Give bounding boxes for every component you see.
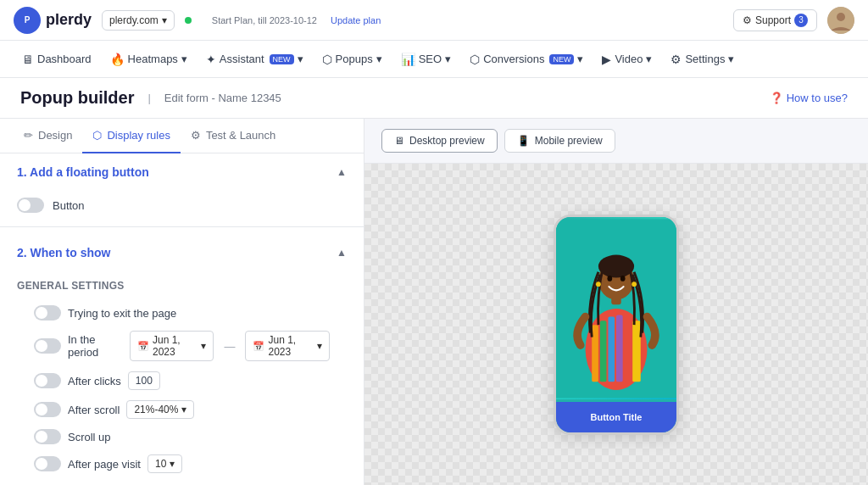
after-scroll-chevron-icon: ▾ [181,404,186,415]
divider1 [0,226,364,227]
assistant-chevron-icon: ▾ [298,53,303,65]
nav-label-settings: Settings [685,53,725,65]
nav-label-seo: SEO [419,53,442,65]
nav-item-settings[interactable]: ⚙ Settings ▾ [662,46,743,73]
domain-text: plerdy.com [109,14,159,26]
page-title: Popup builder [20,88,134,108]
logo-icon: P [14,7,41,34]
video-icon: ▶ [602,53,611,66]
toggle-knob-scrollup [36,431,47,443]
logo: P plerdy [14,7,92,34]
after-page-visit-dropdown[interactable]: 10 ▾ [147,454,182,473]
svg-point-1 [837,13,845,21]
date-to-input[interactable]: 📅 Jun 1, 2023 ▾ [245,331,330,361]
test-launch-tab-label: Test & Launch [206,129,275,142]
video-chevron-icon: ▾ [646,53,652,65]
dashboard-icon: 🖥 [22,53,34,66]
design-tab-label: Design [38,129,72,142]
in-period-label: In the period [68,333,123,359]
desktop-icon: 🖥 [394,135,404,147]
section1-title: 1. Add a floating button [17,165,149,179]
nav-label-conversions: Conversions [483,53,544,65]
section2-title: 2. When to show [17,246,110,259]
domain-selector[interactable]: plerdy.com ▾ [102,10,175,31]
after-page-visit-chevron-icon: ▾ [170,458,175,470]
breadcrumb-separator: | [147,92,150,104]
exit-page-toggle[interactable] [34,305,61,321]
after-page-visit-label: After page visit [68,458,141,471]
button-toggle-label: Button [53,199,85,212]
button-title-text: Button Title [591,412,643,422]
support-badge: 3 [794,14,808,27]
logo-text: plerdy [46,11,92,29]
section1-header[interactable]: 1. Add a floating button ▲ [0,153,364,191]
support-icon: ⚙ [743,14,752,26]
update-plan-link[interactable]: Update plan [331,15,381,25]
button-toggle[interactable] [17,198,44,213]
svg-rect-9 [632,321,641,382]
test-launch-tab-icon: ⚙ [191,129,201,142]
date-from-input[interactable]: 📅 Jun 1, 2023 ▾ [130,331,214,361]
section1-chevron-icon: ▲ [337,166,347,178]
scroll-up-toggle[interactable] [34,429,61,444]
nav-item-seo[interactable]: 📊 SEO ▾ [392,46,459,73]
after-scroll-toggle[interactable] [34,402,61,417]
nav-item-popups[interactable]: ⬡ Popups ▾ [314,46,391,73]
after-clicks-toggle[interactable] [34,373,61,388]
nav-item-dashboard[interactable]: 🖥 Dashboard [14,46,100,73]
after-clicks-value[interactable]: 100 [128,371,160,390]
mobile-preview-label: Mobile preview [535,135,603,147]
scroll-up-label: Scroll up [68,431,111,443]
desktop-preview-button[interactable]: 🖥 Desktop preview [381,129,498,153]
after-scroll-label: After scroll [68,404,120,416]
svg-rect-8 [625,316,632,382]
popups-chevron-icon: ▾ [376,53,382,65]
person-illustration [556,217,676,400]
nav-item-heatmaps[interactable]: 🔥 Heatmaps ▾ [102,46,196,73]
domain-chevron-icon: ▾ [162,14,167,26]
settings-chevron-icon: ▾ [728,53,734,65]
toggle-knob [19,199,31,211]
tab-test-launch[interactable]: ⚙ Test & Launch [181,119,286,153]
tab-display-rules[interactable]: ⬡ Display rules [82,119,180,153]
conversions-chevron-icon: ▾ [577,53,583,65]
panel-content: 1. Add a floating button ▲ Button 2. Whe… [0,153,364,485]
section2-header[interactable]: 2. When to show ▲ [0,234,364,271]
settings-icon: ⚙ [670,53,682,66]
toggle-knob-clicks [36,375,47,387]
after-scroll-row: After scroll 21%-40% ▾ [17,395,347,424]
avatar[interactable] [827,7,854,34]
general-settings-subsection: General settings Trying to exit the page… [0,271,364,485]
preview-area: Button Title [364,164,868,485]
plan-status-dot [185,17,192,24]
date-from-value: Jun 1, 2023 [153,334,198,358]
toggle-knob-pagevisit [36,458,47,470]
display-rules-tab-label: Display rules [107,129,170,142]
nav-label-assistant: Assistant [220,53,264,65]
how-to-use-link[interactable]: ❓ How to use? [770,92,848,104]
date-to-value: Jun 1, 2023 [268,334,314,358]
toggle-knob-exit [36,307,47,319]
tab-design[interactable]: ✏ Design [14,119,82,153]
svg-point-15 [596,282,601,287]
nav-item-assistant[interactable]: ✦ Assistant NEW ▾ [198,46,312,73]
mobile-preview-button[interactable]: 📱 Mobile preview [504,129,615,153]
plan-text: Start Plan, till 2023-10-12 [212,15,317,25]
after-scroll-dropdown[interactable]: 21%-40% ▾ [126,400,194,419]
svg-point-14 [620,276,626,282]
conversions-new-badge: NEW [549,54,574,64]
topbar: P plerdy plerdy.com ▾ Start Plan, till 2… [0,0,868,41]
in-period-toggle[interactable] [34,338,61,354]
support-button[interactable]: ⚙ Support 3 [733,9,817,31]
after-page-visit-toggle[interactable] [34,456,61,471]
date-to-chevron: ▾ [317,340,322,352]
phone-button-bar: Button Title [556,402,676,432]
svg-rect-4 [592,325,598,382]
support-label: Support [755,14,791,26]
nav-item-conversions[interactable]: ⬡ Conversions NEW ▾ [461,46,592,73]
nav-item-video[interactable]: ▶ Video ▾ [593,46,660,73]
main-nav: 🖥 Dashboard 🔥 Heatmaps ▾ ✦ Assistant NEW… [0,41,868,78]
assistant-new-badge: NEW [270,54,294,64]
how-to-use-label: How to use? [787,92,848,104]
exit-page-label: Trying to exit the page [68,307,176,320]
